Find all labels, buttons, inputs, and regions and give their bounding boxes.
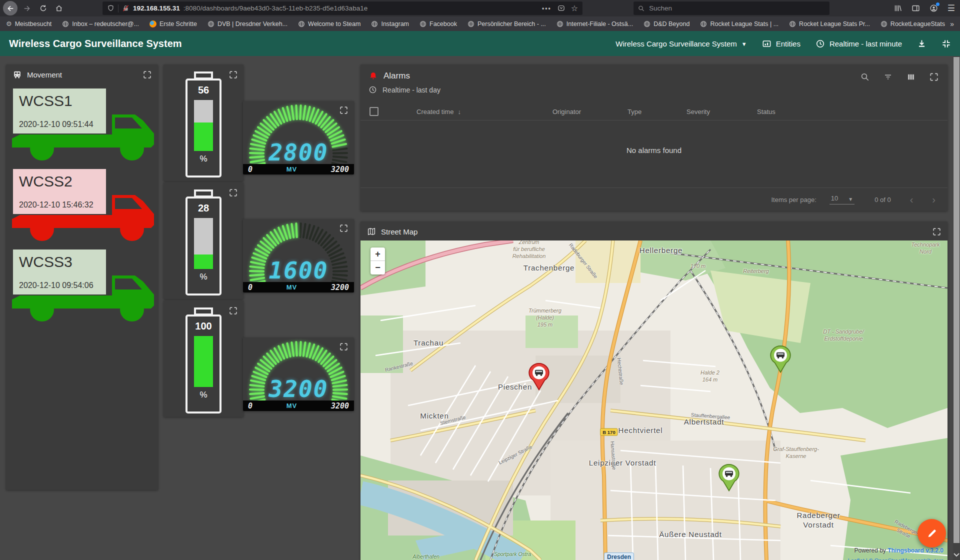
back-button[interactable] xyxy=(3,1,18,16)
gauge-value: 2800 xyxy=(243,141,354,164)
fullscreen-icon[interactable] xyxy=(229,70,238,79)
vehicle-marker-green[interactable] xyxy=(770,345,792,373)
scrollbar-thumb[interactable] xyxy=(954,57,960,543)
permissions-shield-icon[interactable] xyxy=(107,4,114,12)
clock-icon xyxy=(816,39,825,48)
bookmark-label: Inbox – redeutscher@... xyxy=(72,20,139,28)
edit-dashboard-fab[interactable] xyxy=(918,519,946,548)
search-input[interactable] xyxy=(648,4,825,12)
bookmark-item[interactable]: D&D Beyond xyxy=(644,20,690,28)
gauge-unit: MV xyxy=(286,284,298,291)
bookmark-label: Internet-Filiale - Ostsä... xyxy=(566,20,633,28)
bookmark-label: Erste Schritte xyxy=(160,20,197,28)
column-header[interactable]: Status xyxy=(757,108,776,116)
bookmark-item[interactable]: DVB | Dresdner Verkeh... xyxy=(208,20,288,28)
dashboard-title: Wireless Cargo Surveillance System xyxy=(9,38,182,50)
battery-gauge: 100% xyxy=(184,308,223,414)
page-actions-icon[interactable]: ••• xyxy=(542,5,552,12)
battery-unit: % xyxy=(200,272,207,282)
fullscreen-icon[interactable] xyxy=(340,106,348,114)
bookmark-item[interactable]: Rocket League Stats Pr... xyxy=(789,20,870,28)
fullscreen-icon[interactable] xyxy=(229,188,238,197)
url-path: :8080/dashboards/9aeb43d0-3ac5-11eb-b235… xyxy=(184,4,368,12)
home-button[interactable] xyxy=(52,2,66,15)
search-bar[interactable] xyxy=(634,2,830,15)
fullscreen-icon[interactable] xyxy=(340,342,348,351)
bookmark-label: Persönlicher Bereich - ... xyxy=(478,20,546,28)
bus-icon xyxy=(12,70,22,80)
download-button[interactable] xyxy=(917,39,926,48)
globe-icon xyxy=(468,20,474,28)
gauge-min: 0 xyxy=(248,165,252,174)
vehicle-row[interactable]: WCSS12020-12-10 09:51:44 xyxy=(9,86,155,162)
globe-icon xyxy=(556,20,564,28)
state-selector[interactable]: Wireless Cargo Surveillance System ▼ xyxy=(616,40,746,48)
column-header[interactable]: Severity xyxy=(686,108,710,116)
library-icon[interactable] xyxy=(894,4,902,12)
reload-button[interactable] xyxy=(36,2,50,15)
alarms-timewindow[interactable]: Realtime - last day xyxy=(382,86,440,94)
fullscreen-icon[interactable] xyxy=(340,224,348,232)
alarms-table-header: Created time↓OriginatorTypeSeverityStatu… xyxy=(360,106,948,120)
url-bar[interactable]: 192.168.155.31:8080/dashboards/9aeb43d0-… xyxy=(102,2,582,15)
bookmarks-overflow-icon[interactable]: » xyxy=(945,20,954,28)
pocket-icon[interactable] xyxy=(558,4,565,12)
bookmark-star-icon[interactable]: ☆ xyxy=(571,4,578,13)
column-header[interactable]: Type xyxy=(628,108,642,116)
prev-page-button[interactable]: ‹ xyxy=(910,194,914,206)
scrollbar[interactable] xyxy=(953,56,960,560)
select-all-checkbox[interactable] xyxy=(370,107,378,116)
globe-icon xyxy=(880,20,888,28)
fullscreen-icon[interactable] xyxy=(143,70,152,79)
bookmark-item[interactable]: Internet-Filiale - Ostsä... xyxy=(556,20,633,28)
scroll-down-icon[interactable] xyxy=(953,553,960,557)
filter-icon[interactable] xyxy=(884,72,892,82)
account-icon[interactable] xyxy=(930,4,938,12)
fullscreen-icon[interactable] xyxy=(930,72,938,82)
gauge-min: 0 xyxy=(248,283,252,292)
vehicle-list: WCSS12020-12-10 09:51:44WCSS22020-12-10 … xyxy=(6,86,158,322)
timewindow-button[interactable]: Realtime - last minute xyxy=(816,39,902,48)
vehicle-timestamp: 2020-12-10 09:51:44 xyxy=(19,120,100,129)
paginator: Items per page: 10 ▼ 0 of 0 ‹ › xyxy=(360,188,948,211)
exit-fullscreen-button[interactable] xyxy=(942,39,951,48)
vehicle-marker-red[interactable] xyxy=(528,362,550,390)
columns-icon[interactable] xyxy=(906,72,916,82)
fullscreen-icon[interactable] xyxy=(932,228,941,236)
bookmark-item[interactable]: Erste Schritte xyxy=(150,20,197,28)
search-icon[interactable] xyxy=(860,72,870,82)
forward-button[interactable] xyxy=(20,2,34,15)
bookmark-item[interactable]: ⚙Meistbesucht xyxy=(6,20,52,28)
dashboard-toolbar: Wireless Cargo Surveillance System Wirel… xyxy=(0,31,960,56)
bookmark-label: RocketLeagueStats: Pr... xyxy=(890,20,945,28)
vehicle-row[interactable]: WCSS32020-12-10 09:54:06 xyxy=(9,246,155,322)
gauge-value: 3200 xyxy=(243,378,354,400)
zoom-in-button[interactable]: + xyxy=(370,248,385,261)
map-canvas[interactable]: HellerbergeTrachenbergeTrachauPieschenMi… xyxy=(360,240,948,560)
vehicle-label: WCSS32020-12-10 09:54:06 xyxy=(12,248,107,296)
vehicle-marker-green[interactable] xyxy=(718,464,740,492)
bookmark-item[interactable]: Facebook xyxy=(420,20,457,28)
vehicle-row[interactable]: WCSS22020-12-10 15:46:32 xyxy=(9,166,155,242)
menu-icon[interactable]: ☰ xyxy=(948,3,955,14)
bookmark-item[interactable]: RocketLeagueStats: Pr... xyxy=(880,20,945,28)
bookmark-item[interactable]: Persönlicher Bereich - ... xyxy=(468,20,546,28)
bookmark-item[interactable]: Welcome to Steam xyxy=(298,20,360,28)
vehicle-label: WCSS22020-12-10 15:46:32 xyxy=(12,168,107,215)
thingsboard-link[interactable]: Thingsboard v.3.2.0 xyxy=(888,547,944,554)
next-page-button[interactable]: › xyxy=(932,194,936,206)
column-header[interactable]: Created time↓ xyxy=(416,108,461,116)
bookmark-item[interactable]: Inbox – redeutscher@... xyxy=(62,20,139,28)
entities-button[interactable]: Entities xyxy=(762,39,800,48)
bookmark-item[interactable]: Rocket League Stats | ... xyxy=(700,20,778,28)
sidebar-icon[interactable] xyxy=(912,4,920,12)
city-label-badge: Dresden xyxy=(604,552,634,560)
items-per-page-select[interactable]: 10 ▼ xyxy=(830,194,854,204)
battery-value: 56 xyxy=(198,84,209,96)
bookmark-item[interactable]: Instagram xyxy=(371,20,409,28)
column-header[interactable]: Originator xyxy=(552,108,581,116)
fullscreen-icon[interactable] xyxy=(229,306,238,315)
zoom-out-button[interactable]: − xyxy=(370,261,385,274)
insecure-lock-icon[interactable] xyxy=(122,4,130,12)
map-attribution: Powered by Thingsboard v.3.2.0 xyxy=(854,547,944,554)
